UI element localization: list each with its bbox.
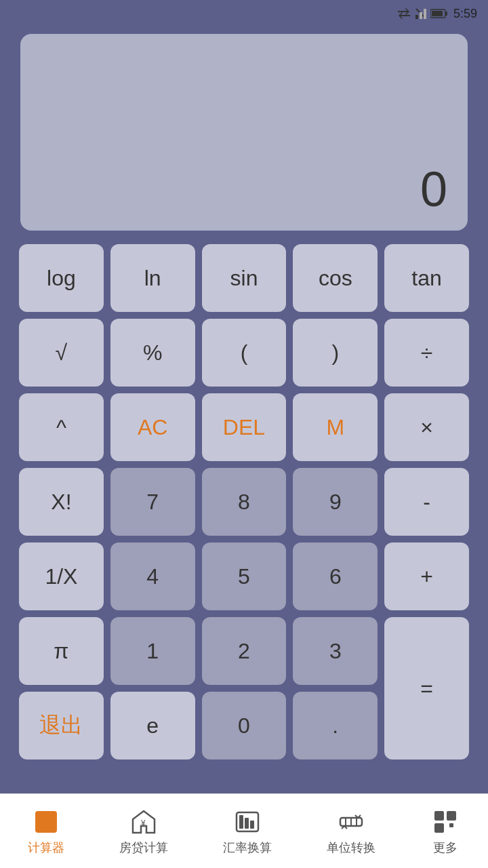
nav-calculator-label: 计算器 [28,840,64,856]
svg-rect-19 [245,818,249,829]
mortgage-icon: ¥ [129,807,159,837]
nav-mortgage[interactable]: ¥ 房贷计算 [119,807,168,856]
svg-rect-20 [250,821,254,829]
svg-rect-14 [44,829,48,833]
svg-rect-7 [432,11,443,16]
nav-exchange[interactable]: 汇率换算 [223,807,272,856]
four-button[interactable]: 4 [110,542,195,610]
del-button[interactable]: DEL [202,393,287,461]
status-icons [396,8,448,19]
factorial-button[interactable]: X! [19,468,104,536]
exit-button[interactable]: 退出 [19,692,104,760]
power-button[interactable]: ^ [19,393,104,461]
calculator-icon [31,807,61,837]
status-bar: 5:59 [0,0,488,27]
battery-icon [430,8,448,19]
svg-text:¥: ¥ [140,818,146,828]
ac-button[interactable]: AC [110,393,195,461]
plus-button[interactable]: + [384,542,469,610]
svg-rect-10 [38,822,42,826]
svg-rect-22 [434,811,444,821]
status-time: 5:59 [453,7,477,21]
display-value: 0 [420,161,447,217]
svg-rect-25 [449,823,453,827]
pi-button[interactable]: π [19,617,104,685]
svg-rect-15 [50,829,54,833]
signal-icon [415,8,426,19]
nav-more-label: 更多 [433,840,458,856]
bottom-nav: 计算器 ¥ 房贷计算 汇率换算 [0,793,488,868]
divide-button[interactable]: ÷ [384,319,469,387]
two-button[interactable]: 2 [202,617,287,685]
dot-button[interactable]: . [293,692,378,760]
nav-mortgage-label: 房贷计算 [119,840,168,856]
six-button[interactable]: 6 [293,542,378,610]
svg-rect-12 [50,822,54,826]
seven-button[interactable]: 7 [110,468,195,536]
nav-exchange-label: 汇率换算 [223,840,272,856]
percent-button[interactable]: % [110,319,195,387]
svg-rect-9 [38,814,54,819]
exchange-icon [232,807,262,837]
keypad: log ln sin cos tan √ % ( ) ÷ ^ AC DEL M … [14,244,474,760]
nav-calculator[interactable]: 计算器 [28,807,64,856]
zero-button[interactable]: 0 [202,692,287,760]
e-button[interactable]: e [110,692,195,760]
one-button[interactable]: 1 [110,617,195,685]
equals-button[interactable]: = [384,617,469,760]
svg-rect-3 [420,12,422,19]
nav-unit[interactable]: 单位转换 [327,807,375,856]
tan-button[interactable]: tan [384,244,469,312]
svg-rect-18 [239,815,243,829]
svg-rect-2 [415,15,418,19]
reciprocal-button[interactable]: 1/X [19,542,104,610]
rparen-button[interactable]: ) [293,319,378,387]
lparen-button[interactable]: ( [202,319,287,387]
log-button[interactable]: log [19,244,104,312]
nav-more[interactable]: 更多 [430,807,460,856]
nine-button[interactable]: 9 [293,468,378,536]
transfer-icon [396,8,411,19]
minus-button[interactable]: - [384,468,469,536]
unit-icon [336,807,366,837]
svg-rect-11 [44,822,48,826]
sqrt-button[interactable]: √ [19,319,104,387]
memory-button[interactable]: M [293,393,378,461]
nav-unit-label: 单位转换 [327,840,375,856]
cos-button[interactable]: cos [293,244,378,312]
ln-button[interactable]: ln [110,244,195,312]
five-button[interactable]: 5 [202,542,287,610]
svg-rect-6 [445,12,447,16]
more-icon [430,807,460,837]
eight-button[interactable]: 8 [202,468,287,536]
sin-button[interactable]: sin [202,244,287,312]
svg-rect-23 [447,811,456,821]
three-button[interactable]: 3 [293,617,378,685]
display-area: 0 [20,34,468,231]
svg-rect-24 [434,823,444,833]
multiply-button[interactable]: × [384,393,469,461]
svg-rect-4 [424,9,426,19]
svg-rect-13 [38,829,42,833]
